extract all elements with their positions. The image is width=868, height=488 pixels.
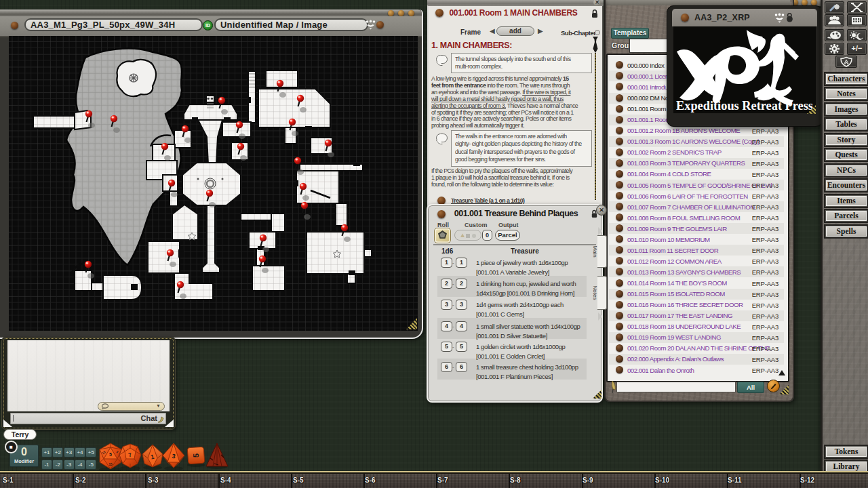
svg-text:Expeditious Retreat Press: Expeditious Retreat Press: [676, 99, 813, 113]
svg-text:15: 15: [108, 463, 113, 466]
svg-text:5: 5: [109, 452, 112, 457]
svg-text:5: 5: [192, 453, 200, 458]
